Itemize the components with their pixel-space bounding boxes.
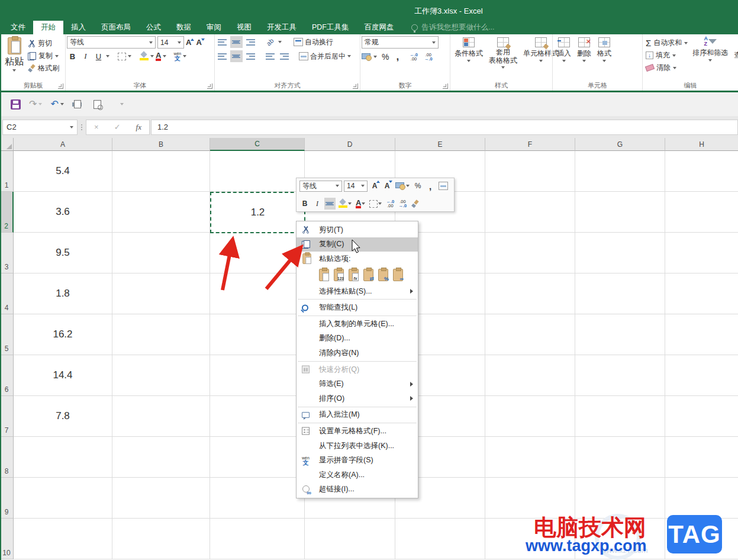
wrap-text-button[interactable]: 自动换行 bbox=[305, 37, 333, 47]
cell[interactable] bbox=[485, 314, 575, 355]
format-painter-button[interactable]: 格式刷 bbox=[26, 62, 61, 75]
align-left-button[interactable] bbox=[216, 50, 228, 62]
mini-font-name-combo[interactable]: 等线 bbox=[299, 181, 342, 192]
phonetic-button[interactable]: wén文 bbox=[173, 52, 181, 62]
menu-item-show-phonetic[interactable]: wén文 显示拼音字段(S) bbox=[297, 453, 418, 468]
row-header-5[interactable]: 5 bbox=[0, 314, 14, 355]
mini-decrease-font[interactable]: A bbox=[382, 180, 392, 192]
cell[interactable] bbox=[665, 151, 738, 192]
save-button[interactable] bbox=[11, 99, 21, 110]
fill-color-button[interactable] bbox=[140, 52, 149, 60]
cell-A4[interactable]: 1.8 bbox=[14, 273, 112, 314]
column-header-H[interactable]: H bbox=[665, 138, 738, 151]
cell[interactable] bbox=[575, 314, 665, 355]
cell[interactable] bbox=[395, 519, 485, 559]
tab-file[interactable]: 文件 bbox=[3, 21, 33, 34]
align-top-button[interactable] bbox=[216, 36, 228, 48]
mini-font-color-button[interactable]: A bbox=[355, 198, 366, 210]
font-size-combo[interactable]: 14 bbox=[157, 36, 184, 49]
number-dialog-launcher[interactable] bbox=[443, 83, 448, 89]
column-header-C[interactable]: C bbox=[210, 138, 305, 151]
cell[interactable] bbox=[112, 519, 210, 559]
cell-A3[interactable]: 9.5 bbox=[14, 233, 112, 273]
cell-A8[interactable] bbox=[14, 437, 112, 478]
paste-option-link-icon[interactable]: ∞ bbox=[393, 269, 403, 281]
column-header-B[interactable]: B bbox=[112, 138, 210, 151]
cell[interactable] bbox=[665, 355, 738, 396]
cell[interactable] bbox=[485, 355, 575, 396]
merge-center-button[interactable]: 合并后居中 bbox=[310, 52, 346, 62]
tab-home[interactable]: 开始 bbox=[33, 21, 63, 34]
tab-data[interactable]: 数据 bbox=[169, 21, 199, 34]
cell[interactable] bbox=[112, 396, 210, 437]
cell-A5[interactable]: 16.2 bbox=[14, 314, 112, 355]
font-color-caret[interactable] bbox=[163, 55, 166, 57]
tell-me-box[interactable]: 告诉我您想要做什么... bbox=[411, 21, 495, 34]
cell[interactable] bbox=[665, 396, 738, 437]
cell[interactable] bbox=[210, 396, 305, 437]
alignment-dialog-launcher[interactable] bbox=[353, 83, 358, 89]
cell[interactable] bbox=[210, 151, 305, 192]
menu-item-delete[interactable]: 删除(D)... bbox=[297, 332, 418, 346]
merge-center-caret[interactable] bbox=[347, 55, 351, 57]
column-header-E[interactable]: E bbox=[395, 138, 485, 151]
comma-style-button[interactable]: , bbox=[394, 51, 401, 63]
clear-button[interactable]: 清除 bbox=[644, 62, 689, 74]
row-header-2[interactable]: 2 bbox=[0, 192, 14, 233]
mini-italic-button[interactable]: I bbox=[312, 198, 323, 210]
mini-format-painter[interactable] bbox=[410, 198, 420, 210]
cell[interactable] bbox=[112, 192, 210, 233]
paste-option-formulas-icon[interactable]: fx bbox=[349, 269, 359, 281]
mini-borders-button[interactable] bbox=[368, 198, 383, 210]
mini-increase-decimal[interactable]: ←.0.00 bbox=[385, 198, 395, 210]
autosum-button[interactable]: Σ自动求和 bbox=[644, 37, 689, 49]
insert-function-button[interactable]: fx bbox=[136, 123, 141, 132]
row-header-8[interactable]: 8 bbox=[0, 437, 14, 478]
cell[interactable] bbox=[210, 437, 305, 478]
align-center-button[interactable] bbox=[230, 50, 243, 62]
copy-caret[interactable] bbox=[55, 55, 59, 57]
cell[interactable] bbox=[210, 273, 305, 314]
cell[interactable] bbox=[112, 355, 210, 396]
fill-button[interactable]: ↓填充 bbox=[644, 49, 689, 62]
cell-A6[interactable]: 14.4 bbox=[14, 355, 112, 396]
increase-font-button[interactable]: A bbox=[186, 38, 194, 47]
column-header-F[interactable]: F bbox=[485, 138, 575, 151]
cell-A1[interactable]: 5.4 bbox=[14, 151, 112, 192]
paste-option-paste-icon[interactable] bbox=[319, 269, 329, 281]
column-header-G[interactable]: G bbox=[575, 138, 665, 151]
font-name-combo[interactable]: 等线 bbox=[67, 36, 156, 49]
cell[interactable] bbox=[210, 478, 305, 519]
italic-button[interactable]: I bbox=[80, 50, 91, 62]
cell[interactable] bbox=[210, 233, 305, 273]
cell[interactable] bbox=[575, 151, 665, 192]
menu-item-sort[interactable]: 排序(O) bbox=[297, 391, 418, 406]
cell-A10[interactable] bbox=[14, 519, 112, 559]
mini-decrease-decimal[interactable]: .00→.0 bbox=[397, 198, 408, 210]
cell[interactable] bbox=[665, 192, 738, 233]
menu-item-hyperlink[interactable]: 超链接(I)... bbox=[297, 482, 418, 497]
menu-item-define-name[interactable]: 定义名称(A)... bbox=[297, 468, 418, 482]
formula-bar-resizer[interactable] bbox=[81, 124, 82, 130]
column-header-D[interactable]: D bbox=[305, 138, 395, 151]
cell[interactable] bbox=[210, 355, 305, 396]
font-dialog-launcher[interactable] bbox=[207, 83, 212, 89]
cell[interactable] bbox=[575, 437, 665, 478]
decrease-font-button[interactable]: A bbox=[196, 38, 204, 47]
redo-button[interactable]: ↷ bbox=[29, 99, 42, 109]
phonetic-caret[interactable] bbox=[183, 55, 186, 57]
row-header-4[interactable]: 4 bbox=[0, 273, 14, 314]
paste-option-values-icon[interactable]: 123 bbox=[334, 269, 344, 281]
cell[interactable] bbox=[305, 519, 395, 559]
qat-customize-caret[interactable] bbox=[120, 103, 124, 105]
tab-page-layout[interactable]: 页面布局 bbox=[94, 21, 138, 34]
menu-item-paste-special[interactable]: 选择性粘贴(S)... bbox=[297, 284, 418, 299]
fill-caret[interactable] bbox=[672, 54, 676, 57]
cell[interactable] bbox=[665, 314, 738, 355]
tab-formulas[interactable]: 公式 bbox=[138, 21, 169, 34]
percent-style-button[interactable]: % bbox=[379, 52, 392, 62]
cell-A2[interactable]: 3.6 bbox=[14, 192, 112, 233]
align-right-button[interactable] bbox=[244, 50, 257, 62]
mini-comma-button[interactable]: , bbox=[425, 180, 436, 192]
menu-item-cut[interactable]: 剪切(T) bbox=[297, 223, 418, 237]
